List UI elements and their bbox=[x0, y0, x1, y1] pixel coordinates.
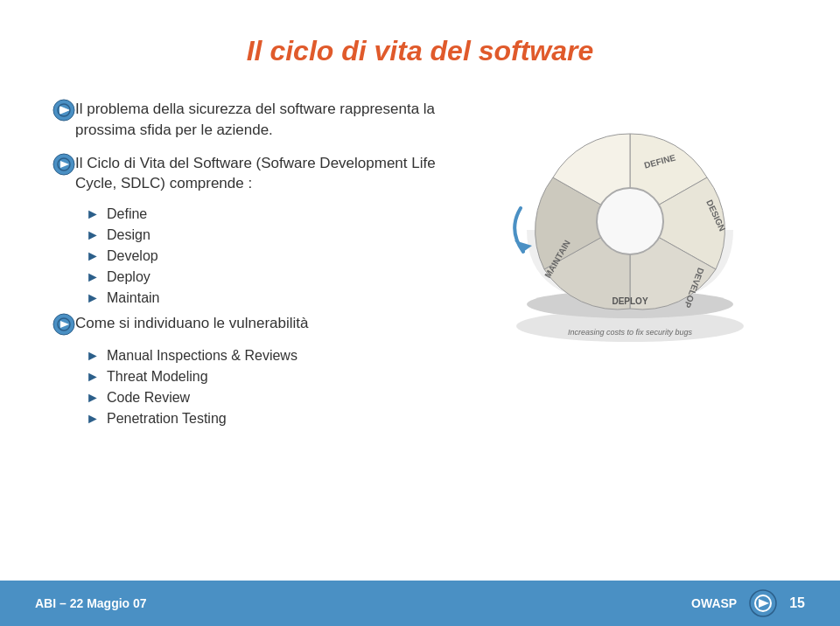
bullet-icon-2 bbox=[52, 153, 75, 176]
bullet-text-3: Come si individuano le vulnerabilità bbox=[75, 313, 308, 334]
content-area: Il problema della sicurezza del software… bbox=[52, 99, 788, 434]
bullet-item-3: Come si individuano le vulnerabilità bbox=[52, 313, 472, 336]
sub-text-develop: Develop bbox=[107, 248, 158, 264]
footer-owasp-label: OWASP bbox=[691, 596, 737, 610]
svg-point-12 bbox=[597, 188, 663, 254]
svg-text:Increasing costs to fix securi: Increasing costs to fix security bugs bbox=[568, 328, 693, 337]
footer: ABI – 22 Maggio 07 OWASP 15 bbox=[0, 581, 840, 626]
slide-title: Il ciclo di vita del software bbox=[52, 35, 788, 67]
sub-item-define: ► Define bbox=[86, 206, 472, 222]
sub-item-penetration: ► Penetration Testing bbox=[86, 411, 472, 427]
right-content: DEFINE DESIGN DEVELOP DEPLOY MAINTAIN In… bbox=[472, 116, 788, 344]
sub-text-define: Define bbox=[107, 206, 147, 222]
sub-text-design: Design bbox=[107, 227, 150, 243]
footer-page-number: 15 bbox=[789, 595, 805, 611]
footer-date: ABI – 22 Maggio 07 bbox=[35, 596, 147, 610]
sub-item-maintain: ► Maintain bbox=[86, 290, 472, 306]
sub-text-threat: Threat Modeling bbox=[107, 369, 208, 385]
arrow-icon-develop: ► bbox=[86, 248, 100, 264]
sdlc-wheel: DEFINE DESIGN DEVELOP DEPLOY MAINTAIN In… bbox=[490, 116, 770, 344]
svg-text:DEPLOY: DEPLOY bbox=[612, 296, 648, 306]
bullet-text-2: Il Ciclo di Vita del Software (Sofware D… bbox=[75, 153, 472, 195]
bullet-icon-3 bbox=[52, 313, 75, 336]
sub-text-manual: Manual Inspections & Reviews bbox=[107, 348, 298, 364]
sub-item-threat-modeling: ► Threat Modeling bbox=[86, 369, 472, 385]
bullet-icon-1 bbox=[52, 99, 75, 122]
left-content: Il problema della sicurezza del software… bbox=[52, 99, 472, 434]
sub-item-develop: ► Develop bbox=[86, 248, 472, 264]
arrow-icon-pen: ► bbox=[86, 411, 100, 427]
arrow-icon-deploy: ► bbox=[86, 269, 100, 285]
arrow-icon-threat: ► bbox=[86, 369, 100, 385]
footer-right: OWASP 15 bbox=[691, 589, 805, 617]
slide: Il ciclo di vita del software Il problem… bbox=[0, 0, 840, 626]
sdlc-sub-list: ► Define ► Design ► Develop ► Deploy ► bbox=[86, 206, 472, 306]
sub-text-pen: Penetration Testing bbox=[107, 411, 227, 427]
bullet-item-2: Il Ciclo di Vita del Software (Sofware D… bbox=[52, 153, 472, 195]
vuln-sub-list: ► Manual Inspections & Reviews ► Threat … bbox=[86, 348, 472, 427]
sub-item-manual: ► Manual Inspections & Reviews bbox=[86, 348, 472, 364]
sub-text-maintain: Maintain bbox=[107, 290, 159, 306]
arrow-icon-code: ► bbox=[86, 390, 100, 406]
sub-text-code: Code Review bbox=[107, 390, 190, 406]
arrow-icon-define: ► bbox=[86, 206, 100, 222]
bullet-text-1: Il problema della sicurezza del software… bbox=[75, 99, 472, 141]
arrow-icon-manual: ► bbox=[86, 348, 100, 364]
sub-item-code-review: ► Code Review bbox=[86, 390, 472, 406]
owasp-logo-icon bbox=[749, 589, 777, 617]
sub-item-design: ► Design bbox=[86, 227, 472, 243]
sub-item-deploy: ► Deploy bbox=[86, 269, 472, 285]
bullet-item-1: Il problema della sicurezza del software… bbox=[52, 99, 472, 141]
arrow-icon-design: ► bbox=[86, 227, 100, 243]
sub-text-deploy: Deploy bbox=[107, 269, 150, 285]
arrow-icon-maintain: ► bbox=[86, 290, 100, 306]
